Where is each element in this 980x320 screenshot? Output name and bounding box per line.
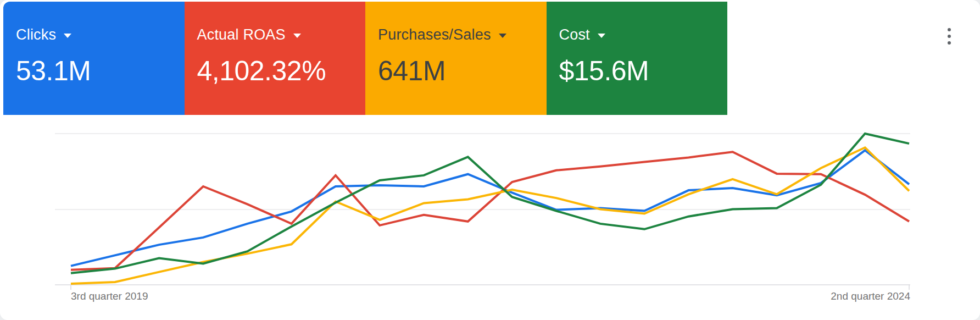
series-line-cost (71, 134, 909, 273)
scorecard-label-row: Clicks (16, 26, 174, 43)
chevron-down-icon (64, 34, 71, 38)
kebab-menu-button[interactable] (938, 25, 960, 47)
scorecard-actual-roas[interactable]: Actual ROAS 4,102.32% (185, 2, 366, 115)
overview-panel: Clicks 53.1M Actual ROAS 4,102.32% Purch… (0, 0, 980, 320)
scorecard-label: Cost (559, 26, 590, 43)
chevron-down-icon (293, 34, 301, 38)
kebab-menu-icon (948, 41, 951, 45)
scorecard-value: 641M (378, 55, 536, 87)
scorecard-cost[interactable]: Cost $15.6M (547, 2, 728, 115)
scorecard-label: Purchases/Sales (378, 26, 491, 43)
scorecard-label-row: Purchases/Sales (378, 26, 536, 43)
chevron-down-icon (499, 34, 506, 38)
series-line-clicks (71, 150, 909, 266)
scorecard-value: $15.6M (559, 55, 717, 87)
scorecard-label-row: Actual ROAS (197, 26, 355, 43)
scorecard-label: Clicks (16, 26, 56, 43)
series-line-actual-roas (71, 152, 909, 270)
scorecard-clicks[interactable]: Clicks 53.1M (3, 2, 185, 115)
kebab-menu-icon (948, 28, 951, 31)
x-axis-start-label: 3rd quarter 2019 (71, 290, 148, 302)
scorecard-value: 53.1M (16, 55, 174, 87)
scorecard-strip: Clicks 53.1M Actual ROAS 4,102.32% Purch… (3, 2, 727, 115)
scorecard-label: Actual ROAS (197, 26, 286, 43)
chevron-down-icon (598, 34, 605, 38)
scorecard-value: 4,102.32% (197, 55, 355, 87)
scorecard-purchases-sales[interactable]: Purchases/Sales 641M (365, 2, 547, 115)
scorecard-label-row: Cost (559, 26, 717, 43)
x-axis-end-label: 2nd quarter 2024 (831, 290, 910, 302)
kebab-menu-icon (948, 35, 951, 38)
